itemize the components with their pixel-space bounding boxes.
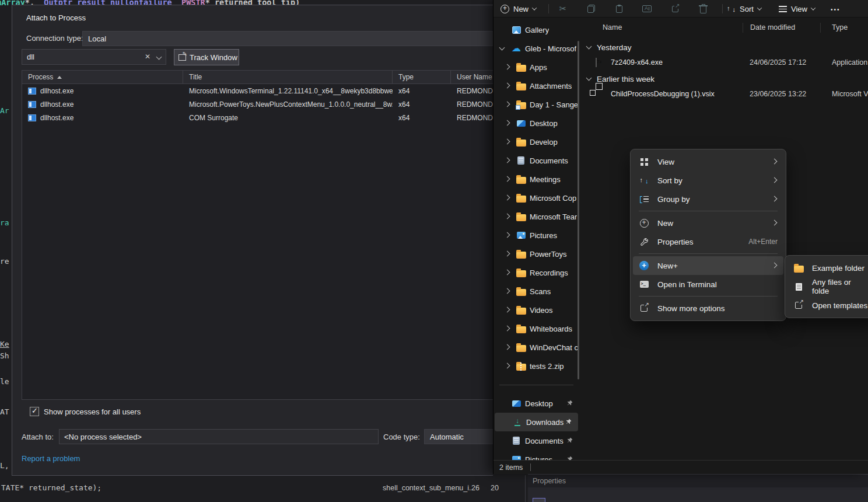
chevron-down-icon[interactable] <box>499 46 505 51</box>
paste-button[interactable] <box>608 0 629 18</box>
sidebar-item-whiteboards[interactable]: Whiteboards <box>494 319 579 338</box>
breakpoint-line-number: 26 <box>471 484 480 492</box>
chevron-right-icon[interactable] <box>504 363 510 369</box>
menu-item-properties[interactable]: Properties Alt+Enter <box>633 232 783 251</box>
process-icon <box>28 114 36 121</box>
sidebar-item-microsoft-cop[interactable]: Microsoft Cop <box>494 189 579 207</box>
sidebar-item-microsoft-tear[interactable]: Microsoft Tear <box>494 207 579 226</box>
menu-item-view[interactable]: View <box>633 152 783 171</box>
chevron-right-icon[interactable] <box>504 214 510 219</box>
process-row[interactable]: dllhost.exe COM Surrogate x64 REDMOND <box>22 111 493 124</box>
column-header-process[interactable]: Process <box>22 71 183 83</box>
sort-ascending-icon <box>57 76 62 79</box>
column-header-user[interactable]: User Name <box>451 71 493 83</box>
group-header-yesterday[interactable]: Yesterday <box>584 40 868 55</box>
submenu-item-open-templates[interactable]: Open templates <box>788 296 868 315</box>
report-problem-link[interactable]: Report a problem <box>22 454 80 463</box>
sidebar-item-desktop-pinned[interactable]: Desktop <box>494 394 579 413</box>
sidebar-item-pictures[interactable]: Pictures <box>494 226 579 245</box>
sidebar-item-desktop[interactable]: Desktop <box>494 114 579 133</box>
menu-separator <box>639 211 778 211</box>
menu-item-new-plus[interactable]: New+ <box>633 256 783 275</box>
folder-icon <box>516 196 526 203</box>
menu-item-open-in-terminal[interactable]: Open in Terminal <box>633 275 783 294</box>
delete-button[interactable] <box>692 0 713 18</box>
sidebar-item-scans[interactable]: Scans <box>494 282 579 301</box>
folder-icon <box>516 214 526 221</box>
menu-item-new[interactable]: New <box>633 214 783 232</box>
sidebar-item-meetings[interactable]: Meetings <box>494 170 579 189</box>
nav-scrollbar[interactable] <box>578 41 579 379</box>
sort-arrows-icon <box>640 176 649 185</box>
chevron-right-icon[interactable] <box>504 64 510 70</box>
chevron-right-icon[interactable] <box>504 270 510 276</box>
rename-button[interactable] <box>636 0 657 18</box>
code-type-combo[interactable]: Automatic <box>424 429 493 444</box>
sidebar-item-day1[interactable]: Day 1 - Sangee <box>494 95 579 114</box>
process-filter-input[interactable]: dll ✕ <box>22 49 166 65</box>
chevron-right-icon[interactable] <box>504 288 510 294</box>
toolbar-separator <box>722 4 723 13</box>
sidebar-item-tests-zip[interactable]: tests 2.zip <box>494 357 579 375</box>
sidebar-item-documents[interactable]: Documents <box>494 151 579 170</box>
clear-filter-icon[interactable]: ✕ <box>145 53 150 61</box>
connection-type-combo[interactable]: Local <box>82 31 493 46</box>
track-window-button[interactable]: Track Window <box>174 49 239 65</box>
process-row[interactable]: dllhost.exe Microsoft.PowerToys.NewPlusC… <box>22 97 493 111</box>
file-row[interactable]: ChildProcessDebugging (1).vsix 23/06/202… <box>584 87 868 102</box>
sidebar-item-downloads-pinned[interactable]: Downloads <box>495 413 578 431</box>
chevron-right-icon[interactable] <box>504 158 510 163</box>
chevron-down-icon[interactable] <box>586 76 592 82</box>
chevron-right-icon[interactable] <box>504 195 510 201</box>
column-header-name[interactable]: Name <box>603 23 622 32</box>
chevron-down-icon[interactable] <box>586 44 592 50</box>
view-button[interactable]: View <box>779 0 815 18</box>
sidebar-item-develop[interactable]: Develop <box>494 133 579 151</box>
chevron-right-icon[interactable] <box>504 139 510 145</box>
chevron-right-icon[interactable] <box>504 176 510 182</box>
filter-dropdown-icon[interactable] <box>156 54 162 60</box>
menu-item-group-by[interactable]: Group by <box>633 190 783 208</box>
sidebar-item-videos[interactable]: Videos <box>494 301 579 319</box>
menu-item-sort-by[interactable]: Sort by <box>633 171 783 190</box>
attach-to-label: Attach to: <box>22 433 54 441</box>
chevron-right-icon[interactable] <box>504 232 510 238</box>
file-row[interactable]: 7z2409-x64.exe 24/06/2025 17:12 Applicat… <box>584 55 868 71</box>
sidebar-item-onedrive-root[interactable]: Gleb - Microsof <box>494 39 579 58</box>
menu-item-show-more-options[interactable]: Show more options <box>633 299 783 318</box>
chevron-down-icon <box>757 5 762 10</box>
show-all-users-checkbox[interactable] <box>30 407 39 416</box>
chevron-right-icon[interactable] <box>504 326 510 332</box>
column-header-type[interactable]: Type <box>832 23 848 32</box>
sidebar-item-attachments[interactable]: Attachments <box>494 76 579 95</box>
sidebar-item-recordings[interactable]: Recordings <box>494 263 579 282</box>
sort-button[interactable]: Sort <box>727 0 761 18</box>
sidebar-item-powertoys[interactable]: PowerToys <box>494 245 579 263</box>
chevron-right-icon[interactable] <box>504 251 510 257</box>
submenu-item-example-folder[interactable]: Example folder <box>788 259 868 277</box>
process-row[interactable]: dllhost.exe Microsoft.WindowsTerminal_1.… <box>22 84 493 97</box>
chevron-right-icon[interactable] <box>504 307 510 313</box>
sidebar-item-documents-pinned[interactable]: Documents <box>494 431 579 450</box>
column-header-title[interactable]: Title <box>183 71 393 83</box>
attach-to-field[interactable]: <No process selected> <box>59 429 379 444</box>
sidebar-item-apps[interactable]: Apps <box>494 58 579 76</box>
chevron-right-icon[interactable] <box>504 120 510 126</box>
share-button[interactable] <box>664 0 685 18</box>
sidebar-item-windevchat[interactable]: WinDevChat c <box>494 338 579 357</box>
group-header-earlier-this-week[interactable]: Earlier this week <box>584 71 868 86</box>
copy-button[interactable] <box>580 0 601 18</box>
chevron-right-icon[interactable] <box>504 102 510 107</box>
cut-button[interactable] <box>552 0 573 18</box>
column-header-type[interactable]: Type <box>393 71 451 83</box>
column-header-date-modified[interactable]: Date modified <box>750 23 795 32</box>
sidebar-item-gallery[interactable]: Gallery <box>494 20 579 39</box>
new-button[interactable]: New <box>501 0 536 18</box>
submenu-item-any-files[interactable]: Any files or folde <box>788 277 868 296</box>
chevron-right-icon[interactable] <box>504 344 510 350</box>
more-options-button[interactable] <box>831 0 841 18</box>
show-more-icon <box>640 305 648 312</box>
sort-arrows-icon <box>727 5 736 13</box>
toolbar-separator <box>548 4 549 13</box>
chevron-right-icon[interactable] <box>504 83 510 89</box>
